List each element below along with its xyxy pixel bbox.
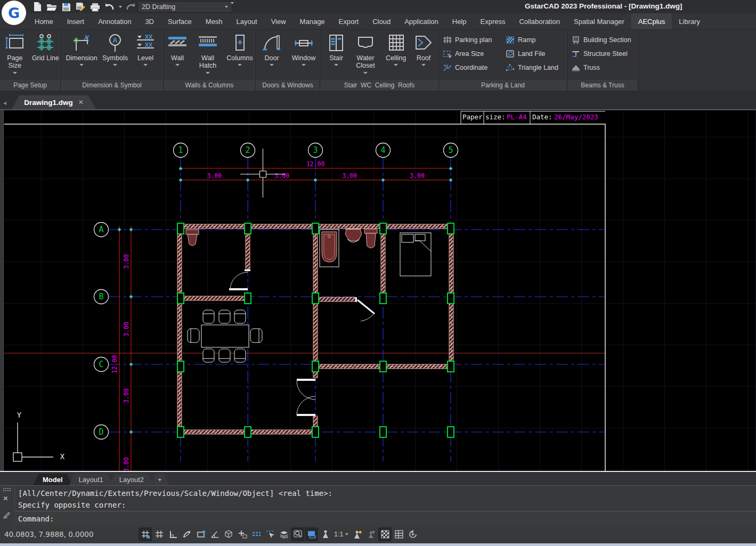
command-input[interactable]: Command: [14,511,756,526]
triangle-land-button[interactable]: Triangle Land [505,61,568,75]
menu-item-home[interactable]: Home [28,13,60,29]
tab-model[interactable]: Model [33,474,72,485]
menu-item-annotation[interactable]: Annotation [91,13,138,29]
menu-item-spatial-manager[interactable]: Spatial Manager [567,13,631,29]
menu-item-layout[interactable]: Layout [230,13,264,29]
angle-snap-icon[interactable] [208,527,221,541]
roof-button[interactable]: Roof [411,31,436,66]
page-size-button[interactable]: Page Size [0,31,30,74]
menu-item-mesh[interactable]: Mesh [199,13,230,29]
tab-layout2[interactable]: Layout2 [110,474,153,485]
doc-tab-drawing1[interactable]: Drawing1.dwg ✕ [12,95,96,109]
land-file-button[interactable]: Land File [505,47,568,61]
structure-steel-button[interactable]: Structure Steel [571,47,637,61]
grid-bubble-b: B [99,292,103,301]
dim-top-seg: 3.00 [207,172,222,180]
new-file-icon[interactable] [32,2,43,12]
grid-line-button[interactable]: Grid Line [31,31,61,62]
menu-item-insert[interactable]: Insert [60,13,92,29]
menu-item-application[interactable]: Application [397,13,445,29]
menu-item-express[interactable]: Express [474,13,513,29]
building-section-button[interactable]: Building Section [571,33,637,47]
redo-icon[interactable] [126,2,136,12]
panel-beams-truss: Building Section Structure Steel Truss B… [567,30,638,91]
panel-walls-columns: Wall Wall Hatch Columns Walls & Columns [164,30,256,91]
lineweight-icon[interactable] [249,527,263,541]
truss-button[interactable]: Truss [571,61,637,75]
sink-fixture [345,229,362,242]
tab-add-layout[interactable]: + [150,474,169,485]
level-button[interactable]: XXXX Level [132,31,159,66]
parking-plan-button[interactable]: Parking plan [442,33,505,47]
workspace-select[interactable]: 2D Drafting [137,1,232,13]
ramp-button[interactable]: Ramp [505,33,568,47]
3d-object-snap-icon[interactable] [222,527,235,541]
dimension-ticks [118,167,453,434]
menu-item-surface[interactable]: Surface [161,13,199,29]
clean-screen-icon[interactable] [305,527,318,541]
gstarcad-logo[interactable]: G [2,1,26,25]
door-button[interactable]: Door [256,31,287,66]
button-label: Wall [171,54,184,62]
grid-bubble-1: 1 [178,145,183,155]
window-button[interactable]: Window [288,31,319,66]
undo-icon[interactable] [104,2,115,12]
chevron-down-icon [225,6,228,8]
stair-button[interactable]: Stair [323,31,349,66]
drag-grip-icon[interactable] [3,487,12,491]
undo-dropdown-icon[interactable] [119,6,122,8]
open-file-icon[interactable] [46,2,57,12]
tab-scroll-left-icon[interactable]: ◂ [3,99,6,107]
save-as-icon[interactable] [75,2,86,12]
water-closet-button[interactable]: Water Closet [351,31,380,74]
close-icon[interactable]: ✕ [78,99,84,106]
menu-item-library[interactable]: Library [672,13,707,29]
date-label: Date: [532,113,552,121]
ucs-rotate-icon[interactable] [406,527,419,541]
snap-icon[interactable] [139,527,152,541]
dimension-button[interactable]: Dimension [64,31,99,66]
pencil-icon[interactable] [3,509,12,518]
annotation-visibility-icon[interactable] [319,527,332,541]
coordinate-button[interactable]: xx Coordinate [442,61,505,75]
dim-top-seg: 3.00 [342,172,357,180]
grid-icon[interactable] [152,527,166,541]
save-icon[interactable] [61,2,71,12]
osnap-settings-icon[interactable] [235,527,249,541]
menu-item-collaboration[interactable]: Collaboration [512,13,567,29]
menu-item-manage[interactable]: Manage [293,13,332,29]
tab-layout1[interactable]: Layout1 [69,474,113,485]
auto-annotation-icon[interactable] [351,527,364,541]
doc-tab-label: Drawing1.dwg [24,99,73,107]
object-tracking-icon[interactable] [263,527,277,541]
menu-item-3d[interactable]: 3D [138,13,161,29]
zoom-window-icon[interactable] [291,527,304,541]
menu-item-view[interactable]: View [264,13,293,29]
annotation-scale-select[interactable]: 1:1 [332,531,350,538]
wall-hatch-button[interactable]: Wall Hatch [192,31,223,74]
quick-properties-icon[interactable] [392,527,405,541]
annotation-sync-icon[interactable] [364,527,378,541]
polar-tracking-icon[interactable] [180,527,193,541]
transparency-icon[interactable] [378,527,392,541]
columns-button[interactable]: Columns [224,31,255,66]
menu-item-export[interactable]: Export [332,13,366,29]
menu-item-help[interactable]: Help [445,13,474,29]
close-icon[interactable]: ✕ [3,493,8,503]
annotation-scale-value: 1:1 [334,531,343,538]
wall-button[interactable]: Wall [164,31,191,66]
layer-control-icon[interactable] [277,527,290,541]
celling-button[interactable]: Celling [381,31,410,66]
toolbar-options-icon[interactable] [231,2,234,4]
object-snap-icon[interactable] [194,527,207,541]
drawing-canvas[interactable]: 1 2 3 4 5 A B C D 12.00 3.00 3.00 3.00 3… [0,110,756,471]
area-size-button[interactable]: Area Size [442,47,505,61]
panel-dimension-symbol: Dimension A Symbols XXXX Level Dimension… [61,30,164,91]
ortho-icon[interactable] [166,527,180,541]
menu-item-aecplus[interactable]: AECplus [631,13,672,29]
chevron-down-icon [113,64,117,66]
button-label: Symbols [102,54,128,62]
plot-icon[interactable] [90,2,100,12]
symbols-button[interactable]: A Symbols [100,31,131,66]
menu-item-cloud[interactable]: Cloud [365,13,397,29]
